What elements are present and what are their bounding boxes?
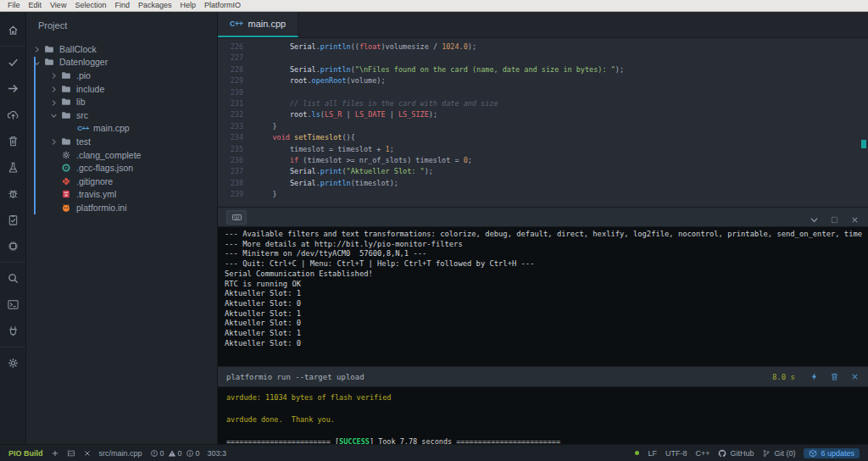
code-editor[interactable]: 226 Serial.println((float)volumesize / 1… xyxy=(218,38,868,208)
tree-item-platformio-ini[interactable]: platformio.ini xyxy=(26,201,217,214)
diagnostic-warning[interactable]: 0 xyxy=(168,449,182,458)
menu-find[interactable]: Find xyxy=(110,0,134,11)
diagnostics[interactable]: 000 xyxy=(150,449,200,458)
search-icon[interactable] xyxy=(7,272,19,285)
arrow-right-icon[interactable] xyxy=(7,82,19,95)
build-output-line xyxy=(226,403,860,414)
line-ending-indicator[interactable]: LF xyxy=(648,449,657,458)
menu-packages[interactable]: Packages xyxy=(134,0,176,11)
tree-item-label: Datenlogger xyxy=(59,57,108,67)
gear-icon[interactable] xyxy=(7,357,19,369)
code-text: Serial.println("\nFiles found on the car… xyxy=(255,64,624,75)
tree-item-lib[interactable]: lib xyxy=(26,95,217,108)
beaker-icon[interactable] xyxy=(7,161,19,174)
folder-icon xyxy=(61,136,71,147)
warning-icon xyxy=(168,449,176,458)
code-line[interactable]: 232 root.ls(LS_R | LS_DATE | LS_SIZE); xyxy=(218,109,868,120)
encoding-indicator[interactable]: UTF-8 xyxy=(665,449,687,458)
close-icon[interactable] xyxy=(850,213,860,222)
line-number: 231 xyxy=(218,98,255,109)
diagnostic-count: 0 xyxy=(160,449,164,458)
trash-icon[interactable] xyxy=(7,135,19,147)
terminal-line: Aktueller Slot: 1 xyxy=(225,309,861,319)
tree-item-ballclock[interactable]: BallClock xyxy=(26,42,217,56)
cloud-upload-icon[interactable] xyxy=(7,108,19,121)
grammar-indicator[interactable]: C++ xyxy=(695,449,709,458)
line-number: 232 xyxy=(218,109,255,120)
menu-file[interactable]: File xyxy=(3,0,25,11)
terminal-line: Aktueller Slot: 0 xyxy=(225,339,861,349)
chip-icon[interactable] xyxy=(7,240,19,253)
menu-platformio[interactable]: PlatformIO xyxy=(200,0,245,11)
tree-item-include[interactable]: include xyxy=(26,82,217,96)
menu-view[interactable]: View xyxy=(46,0,70,11)
tree-item-pio[interactable]: .pio xyxy=(26,69,217,82)
code-line[interactable]: 237 Serial.print("Aktueller Slot: "); xyxy=(218,166,868,177)
menu-edit[interactable]: Edit xyxy=(25,0,47,11)
bug-icon[interactable] xyxy=(7,187,19,200)
git-button[interactable]: Git (0) xyxy=(762,449,795,458)
home-icon[interactable] xyxy=(7,24,19,36)
code-line[interactable]: 239 } xyxy=(218,189,868,200)
menu-bar: FileEditViewSelectionFindPackagesHelpPla… xyxy=(0,0,868,12)
code-line[interactable]: 236 if (timeslot >= nr_of_slots) timeslo… xyxy=(218,155,868,166)
build-output[interactable]: avrdude: 11034 bytes of flash verified a… xyxy=(218,387,868,444)
tree-item-clang-complete[interactable]: .clang_complete xyxy=(26,148,217,162)
diagnostic-error-circle[interactable]: 0 xyxy=(150,449,164,458)
plus-icon[interactable] xyxy=(51,449,59,458)
tree-item-gcc-flags-json[interactable]: .gcc-flags.json xyxy=(26,161,217,175)
github-button[interactable]: GitHub xyxy=(718,449,754,458)
line-number: 233 xyxy=(218,121,255,132)
code-line[interactable]: 233 } xyxy=(218,121,868,132)
clipboard-check-icon[interactable] xyxy=(7,214,19,226)
tree-item-label: lib xyxy=(76,97,86,107)
serial-monitor-output[interactable]: --- Available filters and text transform… xyxy=(218,227,868,366)
code-line[interactable]: 238 Serial.println(timeslot); xyxy=(218,178,868,189)
tree-item-travis-yml[interactable]: .travis.yml xyxy=(26,188,217,202)
code-text: root.ls(LS_R | LS_DATE | LS_SIZE); xyxy=(255,109,437,120)
maximize-icon[interactable] xyxy=(830,213,839,222)
build-output-line xyxy=(226,425,860,436)
build-output-line: avrdude: 11034 bytes of flash verified xyxy=(226,392,860,403)
menu-selection[interactable]: Selection xyxy=(70,0,110,11)
terminal-icon[interactable] xyxy=(7,298,19,311)
image-icon[interactable] xyxy=(67,449,75,458)
close-icon[interactable] xyxy=(83,449,92,458)
updates-badge[interactable]: 6 updates xyxy=(804,448,860,458)
code-line[interactable]: 226 Serial.println((float)volumesize / 1… xyxy=(218,42,868,53)
tree-item-gitignore[interactable]: .gitignore xyxy=(26,175,217,188)
check-icon[interactable] xyxy=(7,56,19,69)
pio-build-tab[interactable]: PIO Build xyxy=(8,449,43,458)
tree-item-label: main.cpp xyxy=(93,123,130,133)
status-bar-left: PIO Build src/main.cpp 000 303:3 xyxy=(8,449,226,458)
diagnostic-info-circle[interactable]: 0 xyxy=(186,449,200,458)
code-line[interactable]: 227 xyxy=(218,53,868,64)
plug-icon[interactable] xyxy=(7,325,19,337)
code-text: void setTimeslot(){ xyxy=(255,132,355,143)
code-line[interactable]: 230 xyxy=(218,87,868,98)
code-line[interactable]: 228 Serial.println("\nFiles found on the… xyxy=(218,64,868,75)
indent-guide xyxy=(34,57,36,214)
code-line[interactable]: 229 root.openRoot(volume); xyxy=(218,75,868,86)
chevron-down-icon[interactable] xyxy=(810,213,819,222)
terminal-line: Serial Communication Established! xyxy=(225,269,861,280)
code-line[interactable]: 231 // list all files in the card with d… xyxy=(218,98,868,109)
build-command-title: platformio run --target upload xyxy=(226,373,364,381)
close-icon[interactable] xyxy=(850,372,860,381)
code-line[interactable]: 234 void setTimeslot(){ xyxy=(218,132,868,143)
tab-main-cpp[interactable]: C++ main.cpp xyxy=(218,12,298,37)
tree-item-test[interactable]: test xyxy=(26,135,217,148)
zap-icon[interactable] xyxy=(810,372,819,381)
terminal-line: Aktueller Slot: 1 xyxy=(225,329,861,339)
toolbar-separator xyxy=(0,262,25,263)
trash-icon[interactable] xyxy=(830,372,839,381)
code-text: // list all files in the card with date … xyxy=(255,98,498,109)
json-icon xyxy=(61,163,71,173)
tree-item-src[interactable]: src xyxy=(26,108,217,122)
code-line[interactable]: 235 timeslot = timeslot + 1; xyxy=(218,144,868,155)
menu-help[interactable]: Help xyxy=(175,0,200,11)
tree-item-datenlogger[interactable]: Datenlogger xyxy=(26,56,217,69)
keyboard-icon[interactable] xyxy=(226,210,247,225)
cursor-position[interactable]: 303:3 xyxy=(208,449,227,458)
tree-item-main-cpp[interactable]: C++main.cpp xyxy=(26,122,217,136)
